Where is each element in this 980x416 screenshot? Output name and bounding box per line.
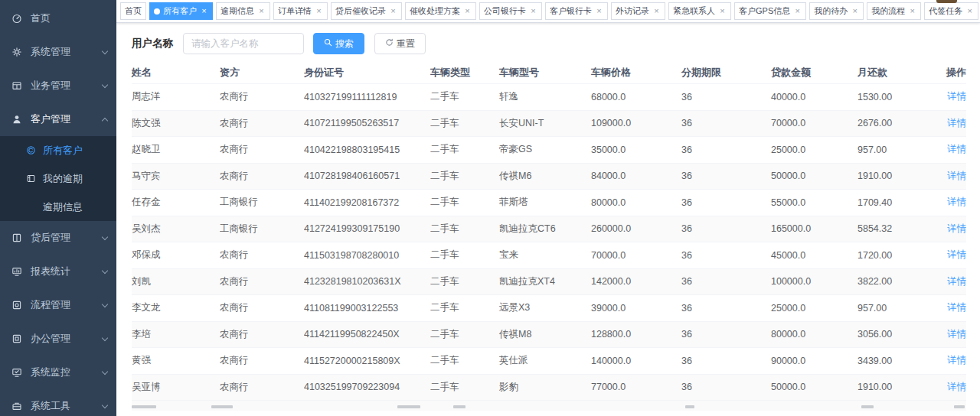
cell-vehicle-type: 二手车 [430, 90, 499, 103]
col-header-monthly: 月还款 [858, 66, 936, 80]
tab-close-icon[interactable]: × [529, 7, 537, 15]
table-row: 李培 农商行 41142119950822450X 二手车 传祺M8 12880… [132, 321, 966, 348]
cell-funder: 农商行 [220, 249, 304, 262]
cell-loan-amount: 100000.0 [771, 276, 858, 287]
customer-name-input[interactable] [183, 33, 304, 54]
sidebar-item-all-customers[interactable]: 所有客户 [0, 136, 116, 164]
detail-link[interactable]: 详情 [936, 275, 966, 288]
tab-close-icon[interactable]: × [315, 7, 323, 15]
tab-close-icon[interactable]: × [463, 7, 472, 15]
sidebar-item-business-management[interactable]: 业务管理 [0, 69, 116, 102]
tab-close-icon[interactable]: × [851, 7, 859, 15]
tab-close-icon[interactable]: × [389, 7, 397, 15]
sidebar-item-my-overdue[interactable]: 我的逾期 [0, 164, 116, 193]
cell-monthly: 1910.00 [858, 171, 936, 181]
sidebar-item-label: 贷后管理 [31, 231, 103, 245]
tab-close-icon[interactable]: × [200, 7, 208, 15]
tab[interactable]: 贷后催收记录 × [331, 2, 402, 20]
tab-close-icon[interactable]: × [595, 7, 603, 15]
cell-vehicle-type: 二手车 [430, 249, 499, 262]
monitor-check-icon [11, 366, 23, 379]
reset-button[interactable]: 重置 [374, 33, 426, 54]
cell-term: 36 [681, 92, 771, 102]
tab-close-icon[interactable]: × [965, 7, 974, 15]
table-body: 周志洋 农商行 410327199111112819 二手车 轩逸 68000.… [132, 83, 966, 400]
detail-link[interactable]: 详情 [936, 117, 966, 130]
tab[interactable]: 公司银行卡 × [479, 2, 542, 20]
cell-funder: 农商行 [220, 328, 304, 341]
detail-link[interactable]: 详情 [936, 223, 966, 236]
detail-link[interactable]: 详情 [936, 170, 966, 183]
detail-link[interactable]: 详情 [936, 301, 966, 314]
partial-row [132, 400, 966, 411]
sidebar-item-system-monitor[interactable]: 系统监控 [0, 356, 116, 389]
cell-loan-amount: 55000.0 [771, 197, 858, 208]
sidebar-item-office-management[interactable]: 办公管理 [0, 322, 116, 356]
table-row: 任存金 工商银行 411402199208167372 二手车 菲斯塔 8000… [132, 189, 966, 216]
sidebar: 首页 系统管理 业务管理 客户管理 所有客户 我的逾期 逾期信息 贷后管理 [0, 0, 116, 416]
detail-link[interactable]: 详情 [936, 381, 966, 394]
sidebar-item-label: 业务管理 [31, 79, 103, 93]
col-header-vehicle-price: 车辆价格 [591, 66, 681, 80]
tab[interactable]: 我的流程 × [867, 2, 921, 20]
sidebar-item-label: 报表统计 [31, 265, 103, 278]
tab[interactable]: 外访记录 × [611, 2, 665, 20]
cell-vehicle-model: 英仕派 [499, 354, 591, 367]
detail-link[interactable]: 详情 [936, 196, 966, 209]
sidebar-item-label: 办公管理 [31, 332, 103, 346]
detail-link[interactable]: 详情 [936, 143, 966, 156]
sidebar-item-home[interactable]: 首页 [0, 2, 116, 35]
cell-funder: 工商银行 [220, 223, 304, 236]
cell-monthly: 1720.00 [858, 250, 936, 261]
detail-link[interactable]: 详情 [936, 328, 966, 341]
tab-close-icon[interactable]: × [257, 7, 266, 15]
sidebar-item-report-statistics[interactable]: 报表统计 [0, 255, 116, 288]
cell-vehicle-price: 109000.0 [591, 118, 681, 128]
tab[interactable]: 客户GPS信息 × [734, 2, 806, 20]
sidebar-item-postloan-management[interactable]: 贷后管理 [0, 221, 116, 255]
tab[interactable]: 客户银行卡 × [545, 2, 608, 20]
detail-link[interactable]: 详情 [936, 249, 966, 262]
search-button[interactable]: 搜索 [313, 33, 364, 54]
tab-label: 外访记录 [616, 5, 649, 17]
chevron-down-icon [102, 267, 108, 273]
chevron-down-icon [102, 47, 108, 54]
tab-close-icon[interactable]: × [652, 7, 661, 15]
tab[interactable]: 所有客户 × [149, 2, 213, 20]
sidebar-item-overdue-info[interactable]: 逾期信息 [0, 193, 116, 221]
tab-close-icon[interactable]: × [718, 7, 727, 15]
tab[interactable]: 逾期信息 × [216, 2, 270, 20]
tab[interactable]: 订单详情 × [273, 2, 328, 20]
detail-link[interactable]: 详情 [936, 354, 966, 367]
tab[interactable]: 首页 × [120, 2, 146, 20]
tab-close-icon[interactable]: × [793, 7, 802, 15]
cell-monthly: 3056.00 [858, 329, 936, 340]
search-icon [324, 38, 332, 49]
columns-icon [11, 232, 23, 244]
tab[interactable]: 代签任务 × [924, 2, 978, 20]
cell-name: 刘凯 [132, 275, 220, 288]
tab-close-icon[interactable]: × [908, 7, 916, 15]
tab[interactable]: 紧急联系人 × [668, 2, 731, 20]
sidebar-item-process-management[interactable]: 流程管理 [0, 288, 116, 322]
col-header-loan-amount: 贷款金额 [771, 66, 858, 80]
table-row: 黄强 农商行 41152720000215809X 二手车 英仕派 140000… [132, 347, 966, 374]
col-header-name: 姓名 [132, 66, 220, 80]
tab-label: 催收处理方案 [410, 5, 460, 17]
chart-monitor-icon [11, 265, 23, 278]
cell-monthly: 5854.32 [858, 223, 936, 234]
cell-id-number: 411081199003122553 [304, 303, 430, 314]
cell-name: 黄强 [132, 354, 220, 367]
cell-funder: 农商行 [220, 117, 304, 130]
table-row: 李文龙 农商行 411081199003122553 二手车 远景X3 3900… [132, 294, 966, 321]
tab[interactable]: 催收处理方案 × [405, 2, 476, 20]
customers-table: 姓名 资方 身份证号 车辆类型 车辆型号 车辆价格 分期期限 贷款金额 月还款 … [116, 62, 980, 416]
sidebar-item-system-tools[interactable]: 系统工具 [0, 389, 116, 416]
sidebar-item-system-management[interactable]: 系统管理 [0, 35, 116, 69]
tab[interactable]: 我的待办 × [809, 2, 864, 20]
cell-loan-amount: 25000.0 [771, 303, 858, 314]
cell-vehicle-price: 68000.0 [591, 92, 681, 102]
sidebar-item-customer-management[interactable]: 客户管理 [0, 102, 116, 136]
cell-vehicle-type: 二手车 [430, 354, 499, 367]
detail-link[interactable]: 详情 [936, 90, 966, 103]
